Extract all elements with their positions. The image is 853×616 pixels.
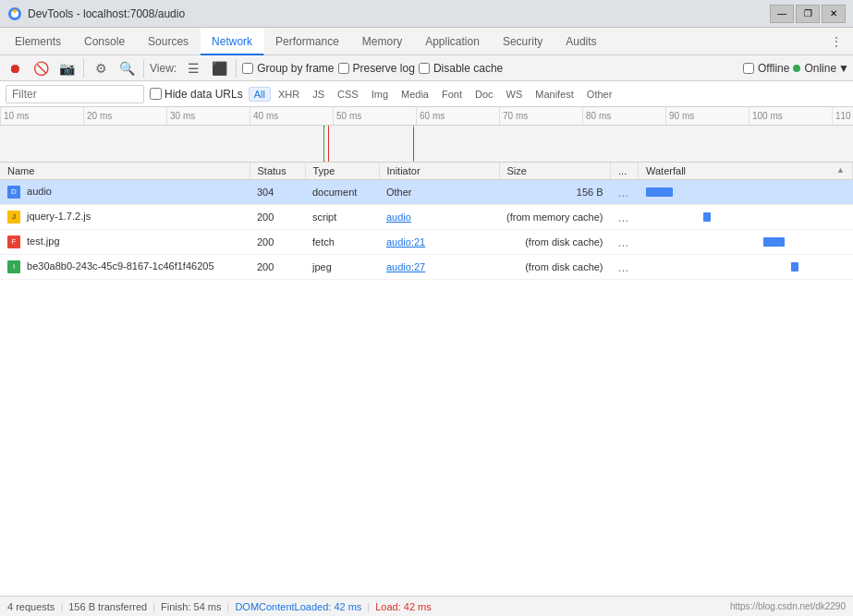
tick-90ms: 90 ms — [665, 107, 749, 125]
online-select[interactable]: Online ▼ — [793, 62, 849, 75]
filter-js[interactable]: JS — [307, 87, 330, 102]
filter-doc[interactable]: Doc — [469, 87, 499, 102]
table-row[interactable]: F test.jpg 200 fetch audio:21 (from disk… — [0, 230, 853, 255]
cell-dots[interactable]: ... — [611, 230, 639, 255]
cell-waterfall — [639, 205, 853, 230]
file-name[interactable]: jquery-1.7.2.js — [27, 211, 91, 222]
tab-application[interactable]: Application — [414, 28, 492, 55]
col-header-dots[interactable]: ... — [611, 163, 639, 180]
record-button[interactable]: ⏺ — [4, 57, 26, 79]
more-tabs-button[interactable]: ⋮ — [823, 29, 849, 54]
tab-performance[interactable]: Performance — [264, 28, 351, 55]
toolbar-divider-2 — [143, 59, 144, 78]
col-header-type[interactable]: Type — [305, 163, 379, 180]
row-menu-button[interactable]: ... — [618, 210, 629, 224]
tick-10ms: 10 ms — [0, 107, 83, 125]
cell-initiator: audio:21 — [379, 230, 499, 255]
transferred-size: 156 B transferred — [68, 601, 147, 612]
cell-initiator: audio:27 — [379, 255, 499, 280]
tick-40ms: 40 ms — [250, 107, 333, 125]
waterfall-bar-container — [646, 258, 846, 276]
filter-ws[interactable]: WS — [501, 87, 529, 102]
initiator-link[interactable]: audio:27 — [386, 261, 425, 272]
network-table-container[interactable]: Name Status Type Initiator Size ... Wate… — [0, 163, 853, 477]
dom-content-loaded-line — [323, 127, 324, 161]
tab-network[interactable]: Network — [201, 28, 264, 55]
filter-other[interactable]: Other — [581, 87, 618, 102]
timeline-header: 10 ms 20 ms 30 ms 40 ms 50 ms 60 ms 70 m… — [0, 107, 853, 163]
file-name[interactable]: test.jpg — [27, 236, 59, 247]
initiator-link[interactable]: audio — [386, 211, 411, 223]
filter-media[interactable]: Media — [396, 87, 434, 102]
tab-memory[interactable]: Memory — [351, 28, 414, 55]
cell-name: J jquery-1.7.2.js — [0, 205, 250, 230]
tick-20ms: 20 ms — [83, 107, 166, 125]
tab-elements[interactable]: Elements — [4, 28, 73, 55]
view-label: View: — [150, 62, 177, 75]
filter-xhr[interactable]: XHR — [273, 87, 305, 102]
hide-data-urls-checkbox[interactable]: Hide data URLs — [150, 88, 243, 101]
row-menu-button[interactable]: ... — [618, 260, 629, 274]
cell-type: fetch — [305, 230, 379, 255]
restore-button[interactable]: ❐ — [796, 5, 820, 23]
camera-button[interactable]: 📷 — [55, 57, 78, 79]
filter-img[interactable]: Img — [366, 87, 394, 102]
col-header-waterfall[interactable]: Waterfall ▲ — [639, 163, 853, 180]
requests-count: 4 requests — [7, 601, 55, 612]
view-list-button[interactable]: ☰ — [182, 57, 204, 79]
table-row[interactable]: J jquery-1.7.2.js 200 script audio (from… — [0, 205, 853, 230]
filter-row: Hide data URLs All XHR JS CSS Img Media … — [0, 81, 853, 107]
cell-type: jpeg — [305, 255, 379, 280]
cell-dots[interactable]: ... — [611, 180, 639, 205]
col-header-size[interactable]: Size — [499, 163, 611, 180]
tick-50ms: 50 ms — [333, 107, 416, 125]
cell-status: 304 — [250, 180, 305, 205]
waterfall-bar-container — [646, 208, 846, 226]
row-menu-button[interactable]: ... — [618, 185, 629, 199]
cell-status: 200 — [250, 205, 305, 230]
minimize-button[interactable]: — — [770, 5, 794, 23]
filter-font[interactable]: Font — [436, 87, 468, 102]
offline-checkbox[interactable]: Offline — [743, 62, 789, 75]
group-by-frame-checkbox[interactable]: Group by frame — [242, 62, 334, 75]
tab-console[interactable]: Console — [73, 28, 137, 55]
table-row[interactable]: I be30a8b0-243c-45c9-8167-1c46f1f46205 2… — [0, 255, 853, 280]
filter-all[interactable]: All — [249, 87, 271, 102]
cell-size: (from disk cache) — [499, 255, 611, 280]
title-bar: DevTools - localhost:7008/audio — ❐ ✕ — [0, 0, 853, 28]
waterfall-bar-container — [646, 233, 846, 251]
close-button[interactable]: ✕ — [822, 5, 846, 23]
tab-sources[interactable]: Sources — [137, 28, 201, 55]
col-header-status[interactable]: Status — [250, 163, 305, 180]
tick-110: 110 — [832, 107, 853, 125]
file-name[interactable]: be30a8b0-243c-45c9-8167-1c46f1f46205 — [27, 260, 213, 272]
tick-30ms: 30 ms — [166, 107, 250, 125]
svg-point-2 — [13, 9, 17, 13]
tab-audits[interactable]: Audits — [554, 28, 608, 55]
title-bar-left: DevTools - localhost:7008/audio — [7, 6, 185, 21]
filter-button[interactable]: ⚙ — [90, 57, 112, 79]
cell-waterfall — [639, 230, 853, 255]
file-name[interactable]: audio — [27, 186, 52, 197]
preserve-log-checkbox[interactable]: Preserve log — [338, 62, 415, 75]
cell-dots[interactable]: ... — [611, 255, 639, 280]
row-menu-button[interactable]: ... — [618, 235, 629, 249]
filter-css[interactable]: CSS — [332, 87, 364, 102]
initiator-link[interactable]: audio:21 — [386, 236, 425, 248]
cell-type: script — [305, 205, 379, 230]
search-button[interactable]: 🔍 — [116, 57, 138, 79]
devtools-icon — [7, 6, 22, 21]
table-row[interactable]: D audio 304 document Other 156 B ... — [0, 180, 853, 205]
clear-button[interactable]: 🚫 — [30, 57, 52, 79]
view-tall-button[interactable]: ⬛ — [208, 57, 230, 79]
col-header-name[interactable]: Name — [0, 163, 250, 180]
cell-status: 200 — [250, 255, 305, 280]
filter-manifest[interactable]: Manifest — [530, 87, 579, 102]
filter-input[interactable] — [6, 85, 144, 103]
cell-dots[interactable]: ... — [611, 205, 639, 230]
file-type-icon: F — [7, 236, 20, 248]
col-header-initiator[interactable]: Initiator — [379, 163, 499, 180]
disable-cache-checkbox[interactable]: Disable cache — [419, 62, 503, 75]
timeline-area — [0, 126, 853, 163]
tab-security[interactable]: Security — [492, 28, 554, 55]
